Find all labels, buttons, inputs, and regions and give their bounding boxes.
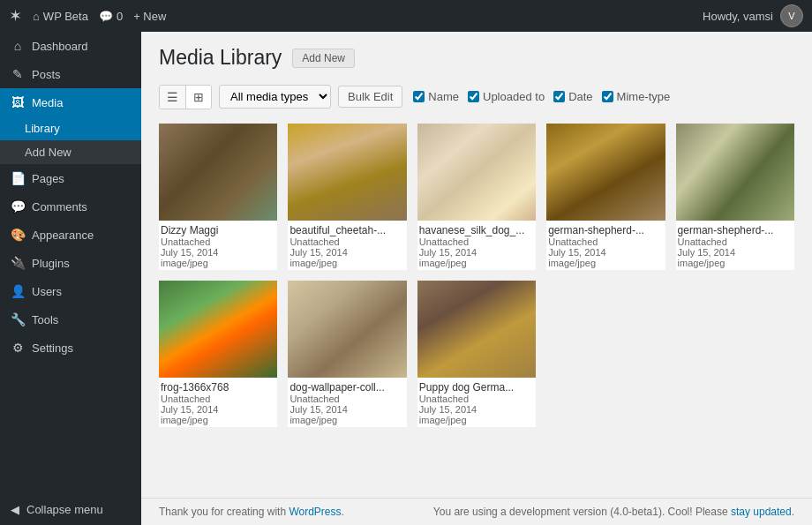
sidebar-item-dashboard[interactable]: ⌂ Dashboard bbox=[0, 32, 141, 60]
col-uploaded-to-checkbox[interactable] bbox=[468, 91, 479, 102]
grid-view-button[interactable]: ⊞ bbox=[186, 86, 211, 109]
media-item-8[interactable]: Puppy dog Germa... Unattached July 15, 2… bbox=[417, 281, 536, 427]
sidebar-item-users[interactable]: 👤 Users bbox=[0, 277, 141, 305]
tools-icon: 🔧 bbox=[11, 312, 25, 326]
sidebar-item-label: Users bbox=[32, 285, 62, 298]
media-grid: Dizzy Maggi Unattached July 15, 2014 ima… bbox=[159, 124, 794, 427]
media-type: image/jpeg bbox=[548, 258, 663, 268]
media-date: July 15, 2014 bbox=[678, 247, 793, 258]
sidebar-item-label: Posts bbox=[32, 68, 61, 81]
media-item-5[interactable]: german-shepherd-... Unattached July 15, … bbox=[676, 124, 794, 270]
adminbar-right: Howdy, vamsi V bbox=[703, 4, 803, 27]
media-name: Dizzy Maggi bbox=[161, 224, 275, 236]
media-type-filter[interactable]: All media types Images Audio Video bbox=[219, 85, 331, 109]
media-name: german-shepherd-... bbox=[548, 224, 663, 236]
media-status: Unattached bbox=[161, 236, 275, 247]
media-item-2[interactable]: beautiful_cheetah-... Unattached July 15… bbox=[288, 124, 406, 270]
sidebar-item-label: Media bbox=[32, 96, 63, 109]
media-info: german-shepherd-... Unattached July 15, … bbox=[676, 221, 794, 270]
adminbar-howdy: Howdy, vamsi bbox=[703, 10, 773, 23]
media-name: Puppy dog Germa... bbox=[419, 381, 534, 394]
posts-icon: ✎ bbox=[11, 67, 25, 81]
col-mime-type-checkbox[interactable] bbox=[602, 91, 613, 102]
media-info: havanese_silk_dog_... Unattached July 15… bbox=[417, 221, 536, 270]
media-type: image/jpeg bbox=[161, 415, 275, 425]
content-area: Media Library Add New ☰ ⊞ All media type… bbox=[141, 32, 812, 525]
list-view-button[interactable]: ☰ bbox=[160, 86, 186, 109]
media-name: frog-1366x768 bbox=[161, 381, 275, 394]
adminbar-site-name[interactable]: ⌂ WP Beta bbox=[33, 10, 88, 23]
media-thumbnail bbox=[676, 124, 794, 221]
sidebar-item-label: Plugins bbox=[32, 257, 70, 270]
sidebar-subitem-add-new[interactable]: Add New bbox=[0, 140, 141, 164]
dashboard-icon: ⌂ bbox=[11, 39, 25, 53]
media-thumbnail bbox=[288, 281, 406, 378]
media-name: dog-wallpaper-coll... bbox=[289, 381, 404, 394]
media-item-4[interactable]: german-shepherd-... Unattached July 15, … bbox=[546, 124, 665, 270]
media-type: image/jpeg bbox=[419, 415, 534, 425]
sidebar-item-pages[interactable]: 📄 Pages bbox=[0, 164, 141, 192]
sidebar-item-label: Settings bbox=[32, 341, 73, 355]
sidebar-item-posts[interactable]: ✎ Posts bbox=[0, 60, 141, 88]
sidebar-media-submenu: Library Add New bbox=[0, 116, 141, 164]
media-status: Unattached bbox=[548, 236, 663, 247]
plugins-icon: 🔌 bbox=[11, 256, 25, 270]
media-date: July 15, 2014 bbox=[289, 247, 404, 258]
sidebar-item-label: Pages bbox=[32, 172, 64, 185]
media-type: image/jpeg bbox=[289, 415, 404, 425]
wp-logo-icon[interactable]: ✶ bbox=[9, 6, 22, 26]
bulk-edit-button[interactable]: Bulk Edit bbox=[338, 86, 402, 108]
media-status: Unattached bbox=[419, 236, 534, 247]
sidebar-subitem-label: Add New bbox=[25, 146, 71, 159]
col-date-checkbox[interactable] bbox=[553, 91, 565, 102]
media-name: beautiful_cheetah-... bbox=[289, 224, 404, 236]
media-item-6[interactable]: frog-1366x768 Unattached July 15, 2014 i… bbox=[159, 281, 277, 427]
media-date: July 15, 2014 bbox=[161, 247, 275, 258]
sidebar-item-appearance[interactable]: 🎨 Appearance bbox=[0, 221, 141, 249]
sidebar-item-settings[interactable]: ⚙ Settings bbox=[0, 334, 141, 362]
media-date: July 15, 2014 bbox=[289, 404, 404, 415]
media-thumbnail bbox=[288, 124, 406, 221]
media-date: July 15, 2014 bbox=[419, 404, 534, 415]
media-name: german-shepherd-... bbox=[678, 224, 793, 236]
appearance-icon: 🎨 bbox=[11, 228, 25, 242]
sidebar: ⌂ Dashboard ✎ Posts 🖼 Media Library Add … bbox=[0, 32, 141, 525]
media-status: Unattached bbox=[678, 236, 793, 247]
view-toggle: ☰ ⊞ bbox=[159, 85, 212, 109]
sidebar-item-media[interactable]: 🖼 Media bbox=[0, 88, 141, 116]
adminbar-comments[interactable]: 💬 0 bbox=[99, 10, 123, 23]
admin-footer: Thank you for creating with WordPress. Y… bbox=[141, 498, 812, 525]
media-date: July 15, 2014 bbox=[161, 404, 275, 415]
sidebar-item-label: Dashboard bbox=[32, 40, 88, 53]
sidebar-item-label: Comments bbox=[32, 200, 87, 214]
users-icon: 👤 bbox=[11, 284, 25, 298]
col-date: Date bbox=[553, 90, 592, 103]
media-status: Unattached bbox=[161, 394, 275, 404]
media-date: July 15, 2014 bbox=[419, 247, 534, 258]
page-title: Media Library bbox=[159, 46, 282, 71]
media-info: dog-wallpaper-coll... Unattached July 15… bbox=[288, 378, 406, 427]
col-name: Name bbox=[413, 90, 459, 103]
stay-updated-link[interactable]: stay updated bbox=[731, 506, 792, 518]
media-item-3[interactable]: havanese_silk_dog_... Unattached July 15… bbox=[417, 124, 536, 270]
media-icon: 🖼 bbox=[11, 95, 25, 109]
comment-icon: 💬 bbox=[99, 10, 113, 23]
media-thumbnail bbox=[159, 281, 277, 378]
toolbar-columns: Name Uploaded to Date Mime-type bbox=[413, 90, 670, 103]
sidebar-item-plugins[interactable]: 🔌 Plugins bbox=[0, 249, 141, 277]
wordpress-link[interactable]: WordPress bbox=[289, 506, 341, 518]
sidebar-item-tools[interactable]: 🔧 Tools bbox=[0, 305, 141, 334]
sidebar-item-comments[interactable]: 💬 Comments bbox=[0, 192, 141, 221]
add-new-button[interactable]: Add New bbox=[292, 49, 355, 68]
media-item-1[interactable]: Dizzy Maggi Unattached July 15, 2014 ima… bbox=[159, 124, 277, 270]
content-scrollable[interactable]: Media Library Add New ☰ ⊞ All media type… bbox=[141, 32, 812, 498]
adminbar-new[interactable]: + New bbox=[133, 10, 166, 23]
sidebar-subitem-library[interactable]: Library bbox=[0, 116, 141, 140]
comments-icon: 💬 bbox=[11, 199, 25, 214]
admin-bar: ✶ ⌂ WP Beta 💬 0 + New Howdy, vamsi V bbox=[0, 0, 812, 32]
collapse-menu-button[interactable]: ◀ Collapse menu bbox=[0, 494, 141, 525]
col-name-checkbox[interactable] bbox=[413, 91, 425, 102]
page-header: Media Library Add New bbox=[159, 46, 794, 71]
media-item-7[interactable]: dog-wallpaper-coll... Unattached July 15… bbox=[288, 281, 406, 427]
sidebar-item-label: Tools bbox=[32, 313, 58, 326]
